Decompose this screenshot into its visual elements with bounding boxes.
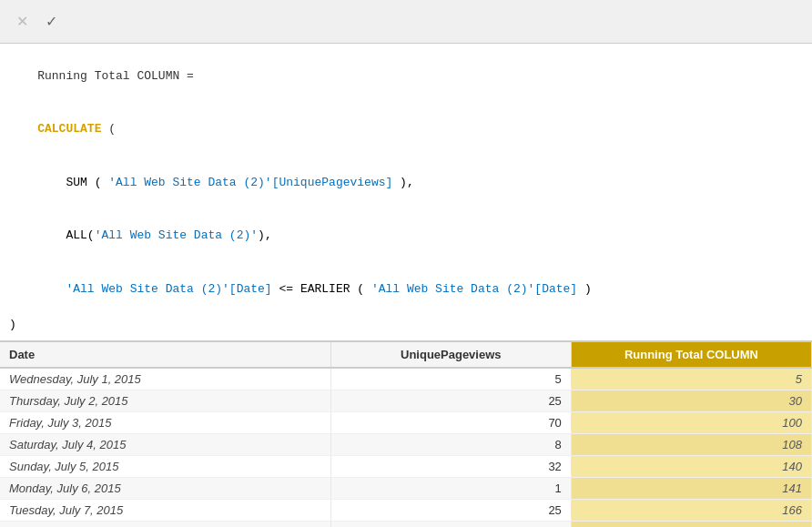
date-cell: Wednesday, July 8, 2015 (0, 522, 330, 528)
formula-line4: ALL('All Web Site Data (2)'), (9, 209, 803, 263)
unique-cell: 70 (330, 412, 571, 434)
header-row: Date UniquePageviews Running Total COLUM… (0, 342, 812, 368)
running-total-cell: 166 (571, 500, 811, 522)
data-table-container: Date UniquePageviews Running Total COLUM… (0, 342, 812, 527)
unique-cell: 5 (330, 368, 571, 390)
running-total-cell: 202 (571, 522, 811, 528)
formula-line1: Running Total COLUMN = (9, 49, 803, 103)
date-cell: Saturday, July 4, 2015 (0, 434, 330, 456)
table-row: Monday, July 6, 20151141 (0, 478, 812, 500)
unique-cell: 25 (330, 390, 571, 412)
table-row: Wednesday, July 8, 201536202 (0, 522, 812, 528)
formula-line6: ) (9, 316, 803, 334)
unique-cell: 8 (330, 434, 571, 456)
table-row: Thursday, July 2, 20152530 (0, 390, 812, 412)
running-total-cell: 140 (571, 456, 811, 478)
formula-area: Running Total COLUMN = CALCULATE ( SUM (… (0, 44, 812, 342)
table-row: Friday, July 3, 201570100 (0, 412, 812, 434)
date-cell: Monday, July 6, 2015 (0, 478, 330, 500)
unique-cell: 36 (330, 522, 571, 528)
formula-keyword: CALCULATE (37, 122, 101, 136)
date-cell: Tuesday, July 7, 2015 (0, 500, 330, 522)
date-column-header: Date (0, 342, 330, 368)
table-row: Wednesday, July 1, 201555 (0, 368, 812, 390)
date-cell: Wednesday, July 1, 2015 (0, 368, 330, 390)
date-cell: Sunday, July 5, 2015 (0, 456, 330, 478)
running-total-cell: 5 (571, 368, 811, 390)
running-total-cell: 30 (571, 390, 811, 412)
formula-title: Running Total COLUMN = (37, 69, 194, 83)
cancel-button[interactable]: ✕ (7, 7, 36, 36)
confirm-button[interactable]: ✓ (36, 7, 66, 36)
date-cell: Thursday, July 2, 2015 (0, 390, 330, 412)
formula-line5: 'All Web Site Data (2)'[Date] <= EARLIER… (9, 262, 803, 316)
table-row: Saturday, July 4, 20158108 (0, 434, 812, 456)
formula-line3: SUM ( 'All Web Site Data (2)'[UniquePage… (9, 156, 803, 209)
table-row: Tuesday, July 7, 201525166 (0, 500, 812, 522)
running-total-column-header: Running Total COLUMN (571, 342, 811, 368)
unique-cell: 32 (330, 456, 571, 478)
unique-cell: 1 (330, 478, 571, 500)
toolbar: ✕ ✓ (0, 0, 812, 44)
date-cell: Friday, July 3, 2015 (0, 412, 330, 434)
unique-cell: 25 (330, 500, 571, 522)
confirm-icon: ✓ (46, 13, 57, 30)
table-header: Date UniquePageviews Running Total COLUM… (0, 342, 812, 368)
running-total-cell: 108 (571, 434, 811, 456)
data-table: Date UniquePageviews Running Total COLUM… (0, 342, 812, 527)
table-row: Sunday, July 5, 201532140 (0, 456, 812, 478)
unique-column-header: UniquePageviews (330, 342, 571, 368)
table-body: Wednesday, July 1, 201555Thursday, July … (0, 368, 812, 527)
running-total-cell: 100 (571, 412, 811, 434)
running-total-cell: 141 (571, 478, 811, 500)
cancel-icon: ✕ (16, 13, 28, 30)
formula-line2: CALCULATE ( (9, 103, 803, 157)
